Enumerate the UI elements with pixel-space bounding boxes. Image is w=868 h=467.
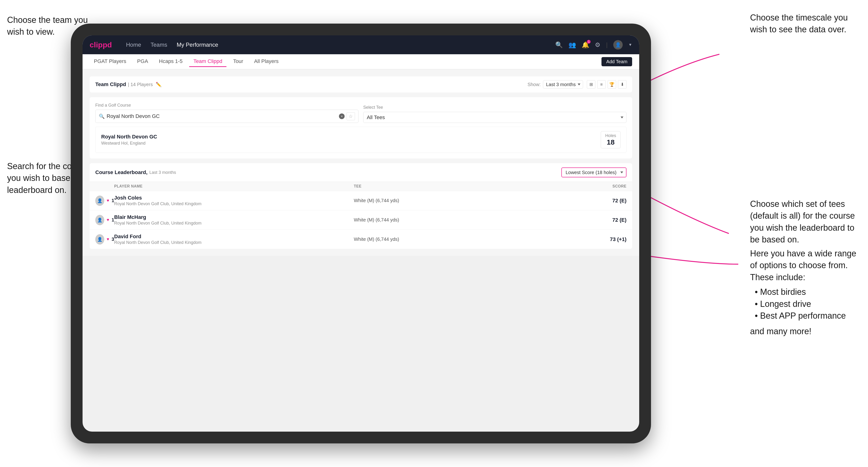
rank-3: 3 (112, 237, 114, 242)
tee-select-group: Select Tee All Tees White Yellow Red (363, 105, 626, 123)
annotation-bottom-right-intro: Here you have a wide range of options to… (750, 249, 856, 282)
search-icon[interactable]: 🔍 (555, 41, 563, 49)
subnav-pga[interactable]: PGA (133, 56, 152, 67)
subnav-all-players[interactable]: All Players (250, 56, 283, 67)
score-cell-2: 72 (E) (593, 217, 626, 223)
select-tee-label: Select Tee (363, 105, 626, 110)
course-search-input[interactable] (106, 113, 337, 119)
navbar: clippd Home Teams My Performance 🔍 👥 🔔 1… (83, 35, 639, 54)
team-count: | 14 Players (128, 82, 153, 87)
tablet-device: clippd Home Teams My Performance 🔍 👥 🔔 1… (71, 24, 651, 443)
team-title: Team Clippd (95, 81, 126, 88)
option-best-app: Best APP performance (755, 310, 863, 322)
player-info-2: Blair McHarg Royal North Devon Golf Club… (114, 214, 354, 226)
subnav-team-clippd[interactable]: Team Clippd (189, 56, 226, 67)
col-score: SCORE (593, 184, 626, 188)
col-tee: TEE (354, 184, 593, 188)
annotation-top-right-text: Choose the timescale you wish to see the… (750, 13, 848, 34)
holes-badge: Holes 18 (601, 131, 621, 148)
option-most-birdies: Most birdies (755, 286, 863, 298)
table-row: 👤 ♥ 3 David Ford Royal North Devon Golf … (90, 230, 632, 249)
heart-icon-1[interactable]: ♥ (106, 198, 109, 203)
course-search-group: Find a Golf Course 🔍 × ☆ (95, 103, 359, 123)
avatar-1: 👤 (95, 195, 104, 206)
player-info-1: Josh Coles Royal North Devon Golf Club, … (114, 195, 354, 206)
tee-cell-3: White (M) (6,744 yds) (354, 237, 593, 242)
add-team-button[interactable]: Add Team (601, 57, 632, 66)
subnav: PGAT Players PGA Hcaps 1-5 Team Clippd T… (83, 54, 639, 69)
annotation-middle-right-text: Choose which set of tees (default is all… (750, 199, 855, 244)
score-select-wrap: Lowest Score (18 holes) Most Birdies Lon… (561, 167, 626, 177)
rank-cell-3: 👤 ♥ 3 (95, 234, 114, 245)
subnav-pgat-players[interactable]: PGAT Players (90, 56, 130, 67)
show-label: Show: (527, 82, 540, 87)
holes-value: 18 (605, 138, 616, 146)
course-result: Royal North Devon GC Westward Hol, Engla… (95, 127, 626, 153)
avatar-dropdown-icon[interactable]: ▼ (628, 43, 632, 47)
search-icon-small: 🔍 (99, 114, 105, 119)
avatar-3: 👤 (95, 234, 104, 245)
rank-cell-2: 👤 ♥ 1 (95, 215, 114, 225)
player-name-3: David Ford (114, 234, 354, 240)
player-name-2: Blair McHarg (114, 214, 354, 220)
list-view-icon[interactable]: ≡ (597, 80, 606, 89)
player-info-3: David Ford Royal North Devon Golf Club, … (114, 234, 354, 245)
annotation-middle-right: Choose which set of tees (default is all… (750, 198, 863, 246)
leaderboard-subtitle: Last 3 months (149, 170, 176, 175)
grid-view-icon[interactable]: ⊞ (587, 80, 595, 89)
score-cell-1: 72 (E) (593, 198, 626, 204)
course-result-name: Royal North Devon GC (101, 134, 157, 140)
subnav-hcaps[interactable]: Hcaps 1-5 (155, 56, 187, 67)
annotation-top-right: Choose the timescale you wish to see the… (750, 12, 863, 36)
clear-search-button[interactable]: × (339, 114, 345, 119)
divider: | (606, 41, 608, 49)
annotation-bottom-right: Here you have a wide range of options to… (750, 248, 863, 338)
player-club-2: Royal North Devon Golf Club, United King… (114, 221, 354, 226)
leaderboard: Course Leaderboard, Last 3 months Lowest… (90, 163, 632, 249)
user-avatar[interactable]: 👤 (613, 40, 623, 50)
heart-icon-2[interactable]: ♥ (106, 217, 109, 222)
holes-label: Holes (605, 133, 616, 138)
people-icon[interactable]: 👥 (568, 41, 576, 49)
edit-team-icon[interactable]: ✏️ (156, 82, 161, 87)
notification-badge: 1 (587, 40, 591, 44)
search-area: Find a Golf Course 🔍 × ☆ Select Tee All … (90, 97, 632, 158)
avatar-2: 👤 (95, 215, 104, 225)
tee-select[interactable]: All Tees White Yellow Red (363, 112, 626, 123)
trophy-icon[interactable]: 🏆 (608, 80, 616, 89)
col-player-name: PLAYER NAME (114, 184, 354, 188)
score-cell-3: 73 (+1) (593, 236, 626, 243)
rank-1: 1 (112, 198, 114, 203)
nav-teams[interactable]: Teams (151, 41, 167, 48)
subnav-tour[interactable]: Tour (229, 56, 247, 67)
team-header: Team Clippd | 14 Players ✏️ Show: Last m… (90, 76, 632, 92)
course-result-info: Royal North Devon GC Westward Hol, Engla… (101, 134, 157, 146)
score-type-select[interactable]: Lowest Score (18 holes) Most Birdies Lon… (561, 167, 626, 177)
player-name-1: Josh Coles (114, 195, 354, 201)
heart-icon-3[interactable]: ♥ (106, 237, 109, 242)
player-club-3: Royal North Devon Golf Club, United King… (114, 240, 354, 245)
find-course-label: Find a Golf Course (95, 103, 359, 108)
nav-my-performance[interactable]: My Performance (177, 41, 218, 48)
table-header: PLAYER NAME TEE SCORE (90, 182, 632, 191)
main-content: Team Clippd | 14 Players ✏️ Show: Last m… (83, 69, 639, 256)
col-rank (95, 184, 114, 188)
player-club-1: Royal North Devon Golf Club, United King… (114, 201, 354, 206)
course-result-location: Westward Hol, England (101, 141, 157, 146)
tablet-screen: clippd Home Teams My Performance 🔍 👥 🔔 1… (83, 35, 639, 432)
view-icons-group: ⊞ ≡ 🏆 ⬇ (587, 80, 626, 89)
show-period-select[interactable]: Last month Last 3 months Last 6 months L… (543, 80, 583, 89)
download-icon[interactable]: ⬇ (618, 80, 626, 89)
annotation-footer: and many more! (750, 326, 811, 336)
table-row: 👤 ♥ 1 Josh Coles Royal North Devon Golf … (90, 191, 632, 210)
bell-icon[interactable]: 🔔 1 (582, 41, 589, 49)
settings-icon[interactable]: ⚙ (595, 41, 600, 49)
nav-icons-group: 🔍 👥 🔔 1 ⚙ | 👤 ▼ (555, 40, 632, 50)
leaderboard-header: Course Leaderboard, Last 3 months Lowest… (90, 163, 632, 182)
rank-cell-1: 👤 ♥ 1 (95, 195, 114, 206)
leaderboard-title: Course Leaderboard, (95, 169, 148, 176)
favorite-button[interactable]: ☆ (346, 112, 355, 120)
rank-2: 1 (112, 217, 114, 223)
nav-home[interactable]: Home (126, 41, 141, 48)
app-logo: clippd (90, 40, 112, 49)
